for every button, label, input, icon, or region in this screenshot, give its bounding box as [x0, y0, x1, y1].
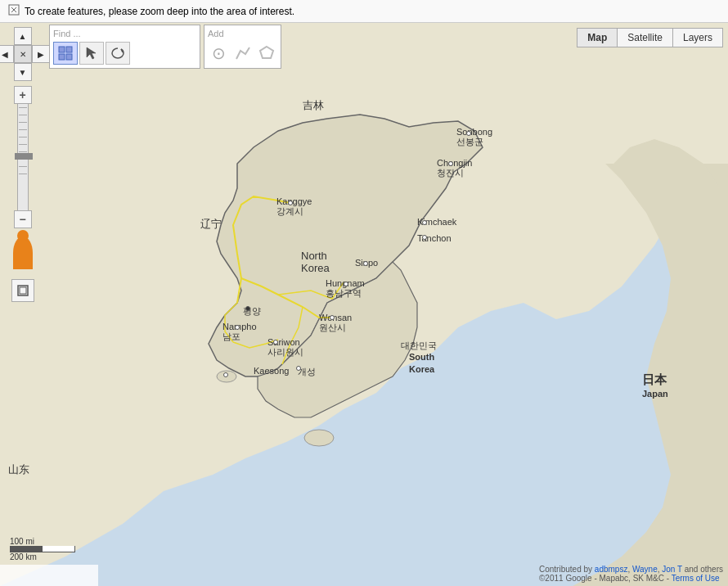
add-label: Add	[208, 29, 277, 38]
layers-button[interactable]: Layers	[672, 28, 723, 47]
city-dot	[466, 131, 471, 136]
city-dot	[288, 201, 293, 205]
attribution-text: Contributed by	[539, 565, 595, 574]
nav-right-button[interactable]: ▶	[32, 45, 50, 63]
city-dot	[235, 325, 240, 330]
attribution-suffix: and others	[685, 565, 723, 574]
notification-bar: To create features, please zoom deep int…	[0, 0, 728, 23]
scale-bar: 100 mi 200 km	[10, 537, 75, 561]
add-tools: ⊙	[208, 42, 277, 65]
find-tools	[53, 42, 196, 65]
add-line-button[interactable]	[231, 42, 254, 65]
zoom-out-button[interactable]: −	[14, 210, 32, 228]
svg-marker-21	[260, 47, 273, 58]
city-dot	[422, 235, 427, 240]
add-box: Add ⊙	[204, 25, 281, 69]
svg-rect-15	[59, 47, 65, 52]
svg-point-8	[304, 430, 334, 446]
street-view-button[interactable]	[11, 235, 34, 271]
pointer-tool[interactable]	[79, 42, 104, 65]
attribution-link-1[interactable]: adbmpsz	[595, 565, 628, 574]
svg-rect-18	[66, 54, 72, 60]
terms-of-use-link[interactable]: Terms of Use	[672, 574, 720, 583]
city-dot	[223, 372, 228, 377]
left-toolbar: ▲ ◀ ✕ ▶ ▼ + −	[0, 23, 45, 302]
pegman-icon	[13, 237, 33, 269]
satellite-button[interactable]: Satellite	[617, 28, 672, 47]
city-dot	[422, 220, 427, 225]
notification-icon	[8, 4, 20, 18]
zoom-slider-track[interactable]	[17, 104, 29, 210]
map-background	[0, 0, 728, 586]
nav-up-button[interactable]: ▲	[14, 27, 32, 45]
map-button[interactable]: Map	[577, 28, 617, 47]
nav-center-button[interactable]: ✕	[14, 45, 32, 63]
add-polygon-button[interactable]	[255, 42, 277, 65]
nav-down-button[interactable]: ▼	[14, 63, 32, 81]
grid-select-tool[interactable]	[53, 42, 78, 65]
lasso-tool[interactable]	[106, 42, 130, 65]
city-dot	[448, 161, 453, 166]
attribution-copyright: ©2011 Google - Mapabc, SK M&C -	[539, 574, 672, 583]
attribution-link-3[interactable]: Jon T	[662, 565, 682, 574]
svg-rect-16	[66, 47, 72, 52]
find-label: Find ...	[53, 29, 196, 38]
city-dot	[363, 261, 368, 266]
scale-bar-empty	[43, 546, 74, 552]
scale-bar-filled	[11, 546, 43, 552]
svg-rect-17	[59, 54, 65, 60]
find-add-toolbar: Find ...	[49, 25, 281, 69]
map-container: To create features, please zoom deep int…	[0, 0, 728, 586]
zoom-control: + −	[14, 86, 32, 228]
map-type-buttons: Map Satellite Layers	[577, 28, 723, 47]
frame-button[interactable]	[11, 279, 34, 302]
city-dot	[330, 315, 335, 320]
find-box: Find ...	[49, 25, 200, 69]
attribution: Contributed by adbmpsz, Wayne, Jon T and…	[539, 565, 723, 583]
zoom-handle[interactable]	[15, 153, 33, 160]
attribution-link-2[interactable]: Wayne	[632, 565, 658, 574]
svg-marker-19	[87, 47, 96, 59]
city-dot	[296, 366, 301, 371]
nav-cross: ▲ ◀ ✕ ▶ ▼	[0, 27, 50, 81]
city-dot	[273, 340, 278, 345]
pegman-head	[17, 230, 29, 241]
scale-bar-visual	[10, 546, 75, 552]
svg-rect-9	[0, 565, 98, 586]
svg-rect-14	[20, 287, 26, 294]
add-point-button[interactable]: ⊙	[208, 42, 230, 65]
city-dot	[245, 306, 250, 311]
scale-text-bottom: 200 km	[10, 552, 75, 561]
zoom-in-button[interactable]: +	[14, 86, 32, 104]
city-dot	[344, 282, 348, 286]
scale-text-top: 100 mi	[10, 537, 75, 546]
nav-left-button[interactable]: ◀	[0, 45, 14, 63]
notification-text: To create features, please zoom deep int…	[25, 6, 294, 17]
